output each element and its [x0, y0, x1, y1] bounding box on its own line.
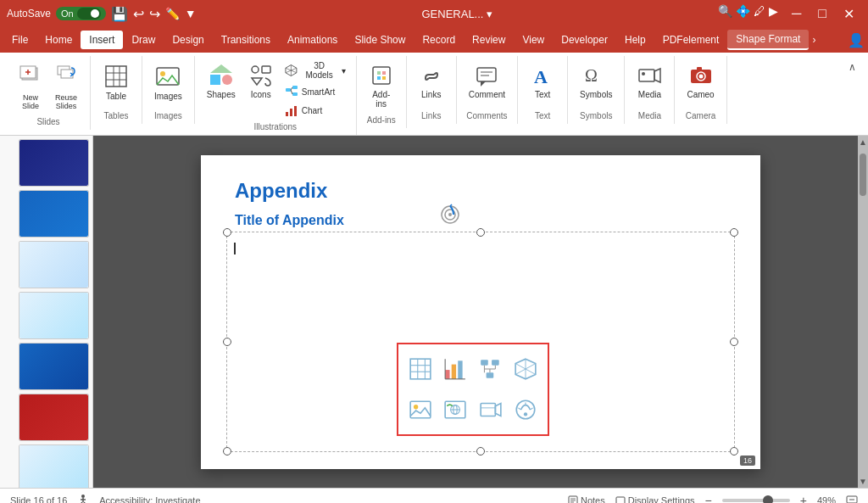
pen-icon[interactable]: ✏️ — [165, 7, 180, 20]
menu-help[interactable]: Help — [616, 31, 654, 49]
zoom-out-button[interactable]: − — [705, 494, 712, 504]
pen2-icon[interactable]: 🖊 — [754, 4, 765, 24]
undo-icon[interactable]: ↩ — [133, 6, 144, 22]
fit-slide-button[interactable] — [846, 494, 858, 504]
slide-thumb-container-15: 15 — [19, 444, 89, 488]
media-button[interactable]: Media — [632, 59, 667, 103]
cameo-button[interactable]: Cameo — [682, 59, 719, 103]
scroll-up-button[interactable]: ▲ — [859, 137, 867, 147]
content-placeholder[interactable] — [226, 232, 735, 452]
slides-group-label: Slides — [36, 114, 59, 126]
dropdown-arrow-icon[interactable]: ▾ — [487, 8, 492, 20]
display-settings-button[interactable]: Display Settings — [615, 495, 695, 504]
shapes-button[interactable]: Shapes — [202, 59, 241, 103]
redo-icon[interactable]: ↪ — [149, 6, 160, 22]
handle-bm[interactable] — [476, 447, 485, 455]
menu-pdfelement[interactable]: PDFelement — [654, 31, 728, 49]
menu-file[interactable]: File — [3, 31, 36, 49]
scroll-down-button[interactable]: ▼ — [859, 477, 867, 486]
title-bar: AutoSave On 💾 ↩ ↪ ✏️ ▼ GENERAL... ▾ 🔍 💠 … — [0, 0, 868, 27]
menu-shapeformat[interactable]: Shape Format — [727, 30, 809, 50]
insert-table-icon[interactable] — [405, 351, 436, 387]
notes-button[interactable]: Notes — [568, 495, 605, 504]
3d-models-button[interactable]: 3D Models ▾ — [281, 59, 349, 81]
links-button[interactable]: Links — [414, 59, 449, 103]
slide-thumb-12[interactable] — [19, 292, 89, 339]
chart-button[interactable]: Chart — [281, 102, 349, 119]
more-menu-icon[interactable]: › — [812, 34, 815, 46]
menu-slideshow[interactable]: Slide Show — [346, 31, 414, 49]
menu-developer[interactable]: Developer — [553, 31, 616, 49]
accessibility-label[interactable]: Accessibility: Investigate — [99, 495, 200, 504]
handle-ml[interactable] — [223, 338, 231, 346]
autosave-badge[interactable]: On — [56, 7, 106, 20]
slide-thumb-9[interactable] — [19, 139, 89, 187]
images-icon — [154, 63, 181, 92]
handle-br[interactable] — [730, 447, 738, 455]
addins-button[interactable]: Add-ins — [364, 59, 399, 112]
reuse-slides-button[interactable]: ReuseSlides — [49, 59, 83, 114]
restore-button[interactable]: □ — [811, 4, 833, 24]
svg-point-43 — [642, 72, 645, 75]
icons-label: Icons — [251, 90, 271, 99]
more-tools-icon[interactable]: ▼ — [185, 7, 197, 20]
comment-button[interactable]: Comment — [464, 59, 510, 103]
insert-video-icon[interactable] — [476, 392, 506, 428]
slide-thumb-11[interactable] — [19, 241, 89, 288]
diamond-icon[interactable]: 💠 — [736, 4, 750, 24]
accessibility-icon[interactable] — [77, 494, 89, 504]
images-button[interactable]: Images — [149, 59, 187, 104]
zoom-in-button[interactable]: + — [800, 494, 807, 504]
menu-draw[interactable]: Draw — [123, 31, 164, 49]
handle-mr[interactable] — [730, 338, 738, 346]
window-controls: 🔍 💠 🖊 ▶ ─ □ ✕ — [718, 4, 861, 24]
insert-online-pictures-icon[interactable] — [441, 392, 471, 428]
slide-thumb-15[interactable] — [19, 444, 89, 488]
ribbon-group-camera: Cameo Camera — [675, 56, 726, 124]
status-bar: Slide 16 of 16 Accessibility: Investigat… — [0, 488, 868, 503]
slide-thumb-13[interactable] — [19, 343, 89, 390]
menu-design[interactable]: Design — [164, 31, 212, 49]
handle-bl[interactable] — [223, 447, 231, 455]
ribbon-collapse-button[interactable]: ∧ — [843, 59, 861, 75]
links-icon — [419, 63, 444, 90]
zoom-level[interactable]: 49% — [817, 495, 836, 504]
insert-picture-icon[interactable] — [405, 392, 436, 428]
account-icon[interactable]: 👤 — [848, 32, 865, 48]
svg-rect-72 — [410, 401, 431, 417]
zoom-slider[interactable] — [722, 499, 790, 502]
present-icon[interactable]: ▶ — [769, 4, 778, 24]
insert-icons-icon[interactable] — [511, 392, 542, 428]
insert-chart-icon[interactable] — [441, 351, 471, 387]
insert-smartart-icon[interactable] — [476, 351, 506, 387]
menu-view[interactable]: View — [514, 31, 553, 49]
symbols-button[interactable]: Ω Symbols — [575, 59, 617, 103]
slide-thumb-10[interactable] — [19, 190, 89, 238]
minimize-button[interactable]: ─ — [785, 4, 808, 24]
autosave-toggle[interactable] — [77, 8, 101, 20]
close-button[interactable]: ✕ — [837, 4, 861, 24]
slide-thumb-14[interactable] — [19, 394, 89, 441]
menu-animations[interactable]: Animations — [279, 31, 346, 49]
addins-group-label: Add-ins — [367, 112, 396, 125]
menu-insert[interactable]: Insert — [81, 31, 123, 49]
handle-tr[interactable] — [730, 228, 738, 237]
svg-rect-35 — [477, 68, 496, 81]
3d-models-dropdown[interactable]: ▾ — [342, 66, 346, 75]
insert-3d-icon[interactable] — [511, 351, 542, 387]
vertical-scrollbar[interactable]: ▲ ▼ — [858, 136, 868, 488]
text-button[interactable]: A Text — [525, 59, 560, 103]
menu-transitions[interactable]: Transitions — [213, 31, 279, 49]
handle-tl[interactable] — [223, 228, 231, 237]
menu-review[interactable]: Review — [464, 31, 514, 49]
svg-point-16 — [252, 66, 259, 73]
new-slide-button[interactable]: NewSlide — [14, 59, 47, 114]
table-button[interactable]: Table — [97, 59, 135, 104]
menu-record[interactable]: Record — [414, 31, 464, 49]
search-icon[interactable]: 🔍 — [718, 4, 732, 24]
save-icon[interactable]: 💾 — [111, 6, 128, 22]
icons-button[interactable]: Icons — [242, 59, 280, 103]
smartart-button[interactable]: SmartArt — [281, 83, 349, 100]
menu-home[interactable]: Home — [36, 31, 81, 49]
handle-tm[interactable] — [476, 228, 485, 237]
